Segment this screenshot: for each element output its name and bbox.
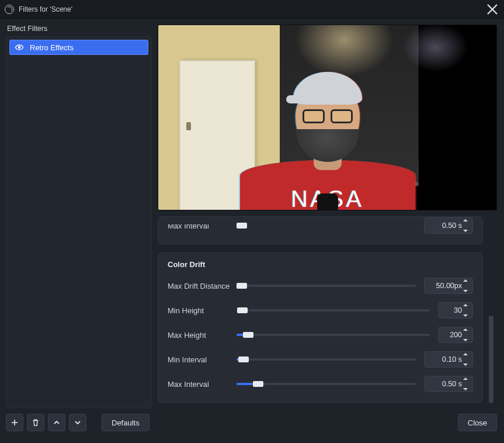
min_height-slider[interactable] <box>237 306 430 315</box>
min_interval-slider[interactable] <box>237 355 416 364</box>
stepper-down-icon[interactable] <box>463 364 468 366</box>
stepper-up-icon[interactable] <box>463 219 468 222</box>
field-min_interval: Min Interval0.10 s <box>168 351 473 368</box>
stepper-down-icon[interactable] <box>463 290 468 292</box>
stepper-up-icon[interactable] <box>463 353 468 355</box>
max_interval-label: Max Interval <box>168 380 237 389</box>
remove-filter-button[interactable] <box>27 414 44 431</box>
color-drift-panel: Color Drift Max Drift Distance50.00pxMin… <box>158 252 483 403</box>
stepper-down-icon[interactable] <box>463 339 468 341</box>
max_height-label: Max Height <box>168 331 237 340</box>
titlebar: Filters for 'Scene' <box>0 0 504 19</box>
max_height-slider[interactable] <box>237 330 430 340</box>
max_drift_dist-label: Max Drift Distance <box>168 282 237 290</box>
field-max_interval: Max Interval0.50 s <box>168 375 473 393</box>
max_height-spinner[interactable]: 200 <box>438 327 473 343</box>
prev-max-interval-spinner[interactable]: 0.50 s <box>424 217 473 234</box>
filter-item-retro-effects[interactable]: Retro Effects <box>9 40 148 55</box>
effect-filters-label: Effect Filters <box>6 25 152 33</box>
app-logo-icon <box>5 5 14 14</box>
window-title: Filters for 'Scene' <box>19 5 72 13</box>
footer: Defaults Close <box>0 408 504 437</box>
stepper-up-icon[interactable] <box>463 304 468 306</box>
settings-panel: Max Interval 0.50 s Color Drift Max Drif… <box>158 216 497 408</box>
visibility-toggle-icon[interactable] <box>15 43 24 52</box>
preview-pane: NASA <box>158 25 497 210</box>
min_height-label: Min Height <box>168 306 237 315</box>
field-max_drift_dist: Max Drift Distance50.00px <box>168 277 473 295</box>
move-filter-down-button[interactable] <box>69 414 86 431</box>
stepper-up-icon[interactable] <box>463 279 468 282</box>
max_interval-spinner[interactable]: 0.50 s <box>424 376 473 392</box>
max_drift_dist-slider[interactable] <box>237 281 416 290</box>
prev-slider-thumb[interactable] <box>237 223 247 229</box>
stepper-down-icon[interactable] <box>463 388 468 390</box>
stepper-down-icon[interactable] <box>463 314 468 317</box>
svg-point-2 <box>18 46 20 48</box>
filter-item-label: Retro Effects <box>30 43 74 52</box>
add-filter-button[interactable] <box>6 414 23 431</box>
filter-list[interactable]: Retro Effects <box>6 36 152 408</box>
min_interval-label: Min Interval <box>168 355 237 364</box>
move-filter-up-button[interactable] <box>48 414 65 431</box>
color-drift-title: Color Drift <box>168 260 473 269</box>
prev-max-interval-label: Max Interval <box>168 222 237 230</box>
defaults-button[interactable]: Defaults <box>102 414 150 431</box>
max_drift_dist-spinner[interactable]: 50.00px <box>424 278 473 294</box>
stepper-up-icon[interactable] <box>463 378 468 380</box>
field-min_height: Min Height30 <box>168 302 473 319</box>
settings-scrollbar[interactable] <box>489 316 493 403</box>
field-max_height: Max Height200 <box>168 326 473 344</box>
window-close-button[interactable] <box>486 4 498 15</box>
max_interval-slider[interactable] <box>237 379 416 389</box>
stepper-up-icon[interactable] <box>463 328 468 331</box>
min_height-spinner[interactable]: 30 <box>438 302 473 319</box>
close-button[interactable]: Close <box>458 414 497 431</box>
min_interval-spinner[interactable]: 0.10 s <box>424 351 473 368</box>
stepper-down-icon[interactable] <box>463 230 468 232</box>
filters-sidebar: Effect Filters Retro Effects <box>6 25 152 408</box>
previous-group-panel: Max Interval 0.50 s <box>158 216 483 244</box>
